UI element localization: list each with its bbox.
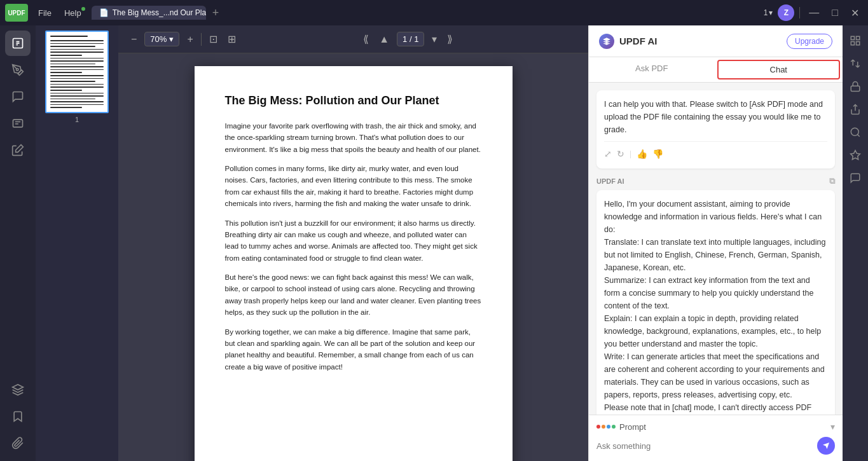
tab-label: The Big Mess_...nd Our Planet (113, 8, 206, 17)
svg-point-4 (17, 69, 18, 71)
dot-green (612, 425, 616, 429)
thumbup-button[interactable]: 👍 (637, 147, 647, 161)
zoom-out-button[interactable]: − (128, 31, 139, 48)
sidebar-icon-form[interactable] (5, 111, 31, 136)
menu-bar: File Help (33, 6, 86, 20)
tab-chat[interactable]: Chat (717, 60, 841, 79)
tab-bar: 📄 The Big Mess_...nd Our Planet × + (92, 5, 759, 21)
pdf-title: The Big Mess: Pollution and Our Planet (225, 92, 482, 110)
ai-logo-icon (599, 34, 614, 49)
pdf-paragraph-5: By working together, we can make a big d… (225, 326, 482, 373)
pdf-toolbar-left: − 70% ▾ + ⊡ ⊞ (128, 31, 238, 48)
far-right-sidebar (843, 25, 868, 461)
titlebar-divider (799, 7, 800, 18)
zoom-in-button[interactable]: + (184, 31, 195, 48)
svg-rect-12 (851, 42, 854, 45)
open-external-button[interactable]: ⤢ (604, 147, 612, 161)
main-area: 1 − 70% ▾ + ⊡ ⊞ ⟪ ▲ 1 / (0, 25, 868, 461)
zoom-display: 70% ▾ (144, 32, 179, 46)
upgrade-button[interactable]: Upgrade (787, 34, 832, 49)
far-sidebar-chat[interactable] (845, 168, 865, 188)
total-pages: 1 (414, 34, 418, 44)
pdf-page: The Big Mess: Pollution and Our Planet I… (195, 66, 513, 461)
app-logo: UPDF (5, 4, 28, 22)
svg-line-17 (857, 134, 859, 136)
menu-help[interactable]: Help (59, 6, 86, 20)
menu-file[interactable]: File (33, 6, 57, 20)
sidebar-icon-attachment[interactable] (5, 430, 31, 456)
pdf-paragraph-2: Pollution comes in many forms, like dirt… (225, 163, 482, 210)
tab-icon: 📄 (99, 8, 109, 17)
message-actions-1: ⤢ ↻ | 👍 👎 (604, 141, 827, 161)
dot-blue (607, 425, 610, 429)
prompt-expand-button[interactable]: ▾ (830, 422, 835, 432)
maximize-button[interactable]: □ (828, 6, 842, 20)
ai-sender-label: UPDF AI (596, 177, 624, 185)
svg-rect-10 (851, 36, 854, 39)
prompt-label: Prompt (596, 422, 646, 432)
new-tab-button[interactable]: + (209, 5, 223, 21)
left-sidebar (0, 25, 36, 461)
ai-message-1-text: I can help you with that. Please switch … (604, 98, 827, 136)
titlebar-right: 1 ▾ Z — □ ✕ (764, 4, 863, 21)
thumbnail-preview (45, 31, 109, 113)
pdf-paragraph-1: Imagine your favorite park overflowing w… (225, 120, 482, 155)
svg-rect-14 (851, 86, 860, 91)
far-sidebar-share[interactable] (845, 99, 865, 120)
svg-marker-8 (16, 145, 24, 153)
dot-red (596, 425, 600, 429)
far-sidebar-protect[interactable] (845, 76, 865, 97)
far-sidebar-convert[interactable] (845, 53, 865, 74)
far-sidebar-ai[interactable] (845, 145, 865, 165)
pdf-viewer: − 70% ▾ + ⊡ ⊞ ⟪ ▲ 1 / 1 ▾ ⟫ (118, 25, 588, 461)
sidebar-icon-layers[interactable] (5, 377, 31, 403)
next-page-button[interactable]: ▾ (429, 31, 439, 48)
svg-point-16 (851, 128, 858, 135)
sidebar-icon-highlight[interactable] (5, 57, 31, 83)
ai-message-1: I can help you with that. Please switch … (596, 90, 835, 169)
active-tab[interactable]: 📄 The Big Mess_...nd Our Planet × (92, 6, 206, 20)
zoom-chevron[interactable]: ▾ (169, 34, 174, 44)
prompt-input-row (596, 437, 835, 455)
refresh-button[interactable]: ↻ (617, 147, 624, 161)
pdf-paragraph-3: This pollution isn't just a buzzkill for… (225, 217, 482, 265)
tab-ask-pdf[interactable]: Ask PDF (589, 57, 715, 82)
svg-rect-13 (857, 42, 860, 45)
prompt-input[interactable] (596, 441, 812, 451)
svg-marker-9 (13, 385, 24, 390)
user-avatar[interactable]: Z (778, 4, 794, 21)
prompt-label-text: Prompt (619, 422, 646, 432)
ai-response-text: Hello, I'm your document assistant, aimi… (604, 198, 827, 415)
thumbnail-item[interactable]: 1 (45, 31, 109, 123)
fit-width-button[interactable]: ⊡ (207, 31, 220, 48)
thumbnail-panel: 1 (36, 25, 118, 461)
send-button[interactable] (817, 437, 835, 455)
sidebar-icon-sign[interactable] (5, 137, 31, 163)
svg-rect-11 (857, 36, 860, 39)
copy-button[interactable]: ⧉ (829, 176, 835, 186)
last-page-button[interactable]: ⟫ (444, 31, 455, 48)
close-button[interactable]: ✕ (847, 6, 863, 20)
far-sidebar-search[interactable] (845, 122, 865, 142)
ai-panel: UPDF AI Upgrade Ask PDF Chat I can help … (588, 25, 843, 461)
sidebar-icon-edit[interactable] (5, 31, 31, 56)
ai-msg-header: UPDF AI ⧉ (596, 176, 835, 186)
current-page[interactable]: 1 (403, 34, 407, 44)
pdf-content: The Big Mess: Pollution and Our Planet I… (118, 53, 588, 461)
sidebar-icon-bookmark[interactable] (5, 404, 31, 429)
minimize-button[interactable]: — (805, 6, 823, 20)
ai-title-text: UPDF AI (619, 36, 657, 46)
version-selector[interactable]: 1 ▾ (764, 8, 773, 17)
pdf-toolbar-center: ⟪ ▲ 1 / 1 ▾ ⟫ (361, 31, 455, 48)
first-page-button[interactable]: ⟪ (361, 31, 371, 48)
thumbdown-button[interactable]: 👎 (652, 147, 663, 161)
fit-page-button[interactable]: ⊞ (225, 31, 238, 48)
far-sidebar-ocr[interactable] (845, 31, 865, 51)
prompt-header: Prompt ▾ (596, 422, 835, 432)
toolbar-separator-1 (201, 33, 202, 46)
prev-page-button[interactable]: ▲ (376, 31, 392, 48)
titlebar: UPDF File Help 📄 The Big Mess_...nd Our … (0, 0, 868, 25)
thumbnail-page-number: 1 (75, 116, 79, 123)
sidebar-icon-comment[interactable] (5, 84, 31, 109)
pdf-toolbar: − 70% ▾ + ⊡ ⊞ ⟪ ▲ 1 / 1 ▾ ⟫ (118, 25, 588, 53)
